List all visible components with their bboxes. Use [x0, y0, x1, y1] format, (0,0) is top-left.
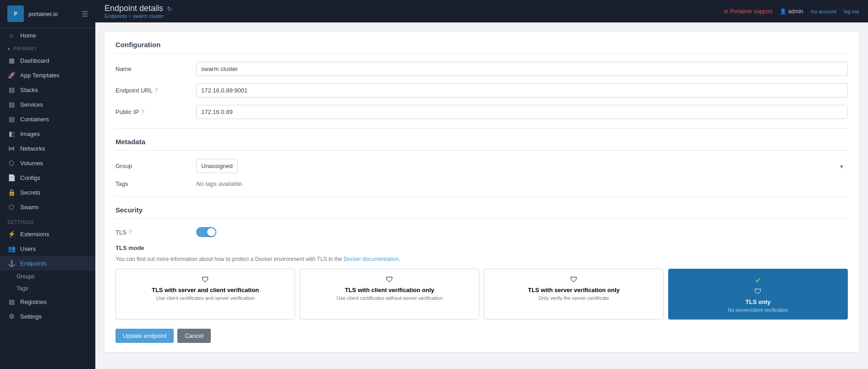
page-title: Endpoint details ↻: [104, 4, 172, 13]
top-bar: Endpoint details ↻ Endpoints > swarm clu…: [95, 0, 868, 22]
sidebar-item-swarm[interactable]: ⬡ Swarm: [0, 200, 95, 214]
tls-label: TLS ?: [115, 229, 189, 236]
sidebar-item-label: Containers: [20, 116, 49, 123]
public-ip-help-icon[interactable]: ?: [141, 109, 144, 115]
public-ip-row: Public IP ?: [115, 105, 848, 119]
sidebar-item-app-templates[interactable]: 🚀 App Templates: [0, 68, 95, 82]
sidebar-item-label: Endpoints: [20, 260, 47, 267]
sidebar-item-networks[interactable]: ⋈ Networks: [0, 141, 95, 156]
tags-label: Tags: [115, 180, 189, 187]
sidebar-item-registries[interactable]: ▤ Registries: [0, 294, 95, 309]
endpoint-url-input[interactable]: [196, 83, 848, 98]
support-link[interactable]: ⊘ Portainer support: [724, 8, 772, 15]
my-account-link[interactable]: my account: [811, 9, 836, 14]
sidebar-item-configs[interactable]: 📄 Configs: [0, 170, 95, 185]
sidebar-item-home[interactable]: ⌂ Home: [0, 28, 95, 43]
sidebar-item-label: Secrets: [20, 189, 40, 196]
tags-row: Tags No tags available.: [115, 180, 848, 187]
sidebar-item-label: Networks: [20, 145, 45, 152]
tls-card-title: TLS with server verification only: [492, 287, 656, 293]
sidebar-item-dashboard[interactable]: ▦ Dashboard: [0, 53, 95, 68]
form-card: Configuration Name Endpoint URL ? Public…: [104, 32, 859, 352]
action-bar: Update endpoint Cancel: [115, 329, 848, 343]
metadata-section-title: Metadata: [115, 138, 848, 151]
sidebar-item-label: Dashboard: [20, 57, 49, 64]
name-input[interactable]: [196, 62, 848, 76]
registries-icon: ▤: [7, 298, 16, 305]
menu-toggle-icon[interactable]: ☰: [82, 10, 88, 18]
sidebar-item-stacks[interactable]: ▤ Stacks: [0, 82, 95, 97]
settings-section-label: SETTINGS: [0, 214, 95, 227]
sidebar-item-containers[interactable]: ▤ Containers: [0, 112, 95, 126]
tls-mode-section: TLS mode You can find out more informati…: [115, 244, 848, 320]
sidebar-item-settings[interactable]: ⚙ Settings: [0, 309, 95, 324]
admin-area: 👤 admin: [780, 8, 803, 15]
group-select[interactable]: Unassigned: [196, 159, 238, 173]
shield-client-icon: 🛡: [308, 276, 472, 284]
sidebar-item-label: Settings: [20, 313, 42, 320]
tls-mode-title: TLS mode: [115, 244, 848, 251]
divider-2: [115, 196, 848, 197]
tls-card-desc: Use client certificates and server verif…: [123, 295, 287, 301]
sidebar-item-label: Swarm: [20, 204, 38, 211]
secrets-icon: 🔒: [7, 189, 16, 196]
sidebar-item-label: Configs: [20, 174, 40, 181]
cancel-button[interactable]: Cancel: [177, 329, 210, 343]
tls-row: TLS ?: [115, 227, 848, 237]
shield-client-server-icon: 🛡: [123, 276, 287, 284]
sidebar-item-groups[interactable]: Groups: [0, 271, 95, 282]
tls-card-desc: No server/client verification: [676, 307, 840, 313]
update-endpoint-button[interactable]: Update endpoint: [115, 329, 174, 343]
sidebar-item-users[interactable]: 👥 Users: [0, 241, 95, 256]
volumes-icon: ⬡: [7, 159, 16, 167]
group-row: Group Unassigned: [115, 159, 848, 173]
extensions-icon: ⚡: [7, 230, 16, 238]
sidebar-item-endpoints[interactable]: ⚓ Endpoints: [0, 256, 95, 271]
sidebar-item-label: Home: [20, 32, 36, 39]
swarm-icon: ⬡: [7, 203, 16, 211]
tls-card-server-client[interactable]: 🛡 TLS with server and client verificatio…: [115, 269, 295, 320]
refresh-icon[interactable]: ↻: [167, 5, 172, 12]
endpoint-url-row: Endpoint URL ?: [115, 83, 848, 98]
sidebar-item-images[interactable]: ◧ Images: [0, 126, 95, 141]
tls-card-desc: Only verify the server certificate: [492, 295, 656, 301]
networks-icon: ⋈: [7, 145, 16, 152]
users-icon: 👥: [7, 245, 16, 252]
sidebar-item-secrets[interactable]: 🔒 Secrets: [0, 185, 95, 200]
breadcrumb: Endpoints > swarm cluster: [104, 13, 172, 19]
containers-icon: ▤: [7, 115, 16, 123]
sidebar-item-volumes[interactable]: ⬡ Volumes: [0, 156, 95, 170]
tls-help-icon[interactable]: ?: [129, 229, 132, 235]
sidebar-item-extensions[interactable]: ⚡ Extensions: [0, 227, 95, 241]
sidebar-item-label: Stacks: [20, 87, 38, 93]
name-label: Name: [115, 65, 189, 72]
checkmark-icon: ✔: [676, 276, 840, 286]
main-content: Endpoint details ↻ Endpoints > swarm clu…: [95, 0, 868, 369]
sidebar-item-label: Registries: [20, 298, 47, 305]
breadcrumb-endpoints-link[interactable]: Endpoints: [104, 13, 127, 19]
page-title-area: Endpoint details ↻ Endpoints > swarm clu…: [104, 4, 172, 19]
content-panel: Configuration Name Endpoint URL ? Public…: [95, 22, 868, 369]
settings-icon: ⚙: [7, 313, 16, 320]
logout-link[interactable]: log out: [844, 9, 859, 14]
group-select-wrapper: Unassigned: [196, 159, 848, 173]
top-right: ⊘ Portainer support 👤 admin my account l…: [724, 8, 859, 15]
docker-docs-link[interactable]: Docker documentation: [344, 256, 399, 262]
endpoints-icon: ⚓: [7, 260, 16, 267]
tls-toggle[interactable]: [196, 227, 216, 237]
tls-card-client-only[interactable]: 🛡 TLS with client verification only Use …: [300, 269, 479, 320]
logo-icon: P: [7, 5, 24, 22]
tls-card-title: TLS with server and client verification: [123, 287, 287, 293]
tags-empty-text: No tags available.: [196, 180, 243, 187]
endpoint-url-help-icon[interactable]: ?: [155, 87, 158, 94]
tls-card-server-only[interactable]: 🛡 TLS with server verification only Only…: [484, 269, 664, 320]
services-icon: ▤: [7, 101, 16, 108]
breadcrumb-current-link[interactable]: swarm cluster: [132, 13, 164, 19]
sidebar-item-tags[interactable]: Tags: [0, 282, 95, 294]
public-ip-input[interactable]: [196, 105, 848, 119]
sidebar-item-label: Services: [20, 101, 43, 108]
app-templates-icon: 🚀: [7, 71, 16, 79]
tls-card-tls-only[interactable]: ✔ 🛡 TLS only No server/client verificati…: [668, 269, 848, 320]
sidebar-item-services[interactable]: ▤ Services: [0, 97, 95, 112]
sidebar-item-label: Groups: [16, 273, 34, 280]
